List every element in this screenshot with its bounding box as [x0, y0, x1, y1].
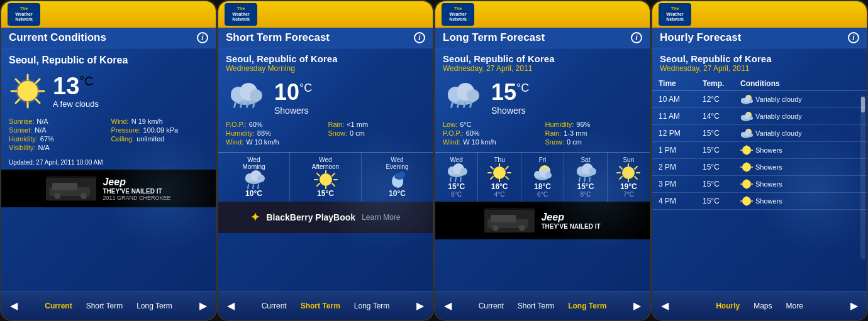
nav-left-4[interactable]: ◀ — [656, 297, 674, 314]
visibility-val: N/A — [38, 144, 50, 151]
nav-current-1[interactable]: Current — [38, 298, 78, 314]
info-icon-4[interactable]: i — [848, 32, 859, 43]
h-icon-2 — [740, 128, 753, 138]
day-icon-0 — [445, 163, 469, 182]
nav-right-3[interactable]: ▶ — [628, 297, 646, 314]
forecast-stats-3: Low: 6°C Humidity: 96% P.O.P.: 60% Rain:… — [435, 118, 650, 148]
svg-line-61 — [506, 177, 508, 179]
h-cond-1: Variably cloudy — [755, 112, 860, 120]
panel2-nav: ◀ Current Short Term Long Term ▶ — [218, 291, 433, 320]
humidity-val: 67% — [40, 135, 54, 143]
day-high-2: 18°C — [534, 182, 551, 191]
nav-maps-4[interactable]: Maps — [747, 298, 778, 314]
wind-val-3: W 10 km/h — [463, 138, 496, 146]
info-icon-3[interactable]: i — [631, 32, 642, 43]
section-title-bar-1: Current Conditions i — [1, 28, 216, 48]
weather-network-logo-3: The Weather Network — [442, 3, 474, 26]
day-low-0: 6°C — [451, 191, 462, 198]
nav-current-2[interactable]: Current — [255, 298, 293, 314]
blackberry-ad: ✦ BlackBerry PlayBook Learn More — [218, 202, 433, 233]
day-label-4: Sun — [623, 156, 634, 163]
humidity-label: Humidity: — [9, 135, 38, 143]
long-temp-unit: °C — [516, 82, 529, 95]
nav-long-3[interactable]: Long Term — [562, 298, 613, 314]
nav-right-1[interactable]: ▶ — [194, 297, 212, 314]
sunset-label: Sunset: — [9, 126, 32, 134]
forecast-city-3: Seoul, Republic of Korea — [435, 48, 650, 64]
svg-point-115 — [742, 180, 751, 188]
jeep-ad-1: Jeep THEY'VE NAILED IT 2011 GRAND CHEROK… — [1, 170, 216, 207]
svg-point-104 — [749, 133, 753, 137]
period-label-0b: Morning — [242, 163, 265, 170]
low-label-3: Low: — [443, 121, 457, 128]
section-title-bar-2: Short Term Forecast i — [218, 28, 433, 48]
bb-learn-more[interactable]: Learn More — [362, 213, 400, 222]
day-item-0: Wed 15°C 6°C — [435, 153, 478, 202]
section-title-1: Current Conditions — [9, 31, 106, 44]
hourly-row-3: 1 PM 15°C Showers — [652, 142, 867, 159]
nav-long-2[interactable]: Long Term — [348, 298, 396, 314]
humidity-label-3: Humidity: — [545, 121, 574, 128]
svg-line-81 — [620, 166, 622, 169]
svg-rect-18 — [233, 101, 236, 107]
h-temp-3: 15°C — [703, 146, 740, 155]
h-temp-6: 15°C — [703, 197, 740, 205]
nav-short-1[interactable]: Short Term — [80, 298, 129, 314]
h-cond-6: Showers — [755, 197, 860, 205]
panel1-nav: ◀ Current Short Term Long Term ▶ — [1, 291, 216, 320]
svg-point-99 — [749, 116, 753, 120]
current-condition: A few clouds — [53, 99, 99, 109]
svg-point-120 — [742, 197, 751, 205]
nav-current-3[interactable]: Current — [472, 298, 510, 314]
period-item-0: Wed Morning 10°C — [218, 153, 290, 202]
info-icon-1[interactable]: i — [197, 32, 208, 43]
nav-hourly-4[interactable]: Hourly — [709, 298, 746, 314]
scrollbar-track[interactable] — [860, 95, 865, 259]
scrollbar-thumb[interactable] — [861, 97, 865, 112]
h-cond-4: Showers — [755, 163, 860, 171]
h-cond-3: Showers — [755, 146, 860, 154]
h-icon-5 — [740, 179, 753, 189]
nav-short-2[interactable]: Short Term — [294, 298, 347, 314]
period-temp-0: 10°C — [245, 189, 262, 198]
day-high-3: 15°C — [577, 182, 594, 191]
svg-line-26 — [248, 185, 248, 188]
svg-point-87 — [492, 225, 499, 231]
rain-label-2: Rain: — [328, 121, 345, 128]
day-high-4: 19°C — [620, 182, 637, 191]
period-label-2a: Wed — [391, 156, 403, 163]
weather-network-logo-2: The Weather Network — [225, 3, 257, 26]
long-condition: Showers — [491, 106, 529, 116]
nav-long-1[interactable]: Long Term — [130, 298, 178, 314]
current-city: Seoul, Republic of Korea — [1, 48, 216, 68]
h-cond-0: Variably cloudy — [755, 95, 860, 103]
panel-hourly: The Weather Network Hourly Forecast i Se… — [651, 0, 868, 321]
info-icon-2[interactable]: i — [414, 32, 425, 43]
wind-val-2: W 10 km/h — [246, 138, 279, 146]
ad-slogan: THEY'VE NAILED IT — [103, 188, 170, 195]
panel-short-term: The Weather Network Short Term Forecast … — [217, 0, 434, 321]
ad-slogan-3: THEY'VE NAILED IT — [541, 223, 600, 230]
snow-row-2: Snow: 0 cm — [328, 129, 426, 137]
h-time-5: 3 PM — [659, 180, 703, 188]
nav-right-2[interactable]: ▶ — [411, 297, 429, 314]
svg-point-12 — [81, 193, 87, 199]
panel-long-term: The Weather Network Long Term Forecast i… — [434, 0, 651, 321]
h-time-3: 1 PM — [659, 146, 703, 155]
nav-more-4[interactable]: More — [780, 298, 810, 314]
svg-line-75 — [589, 178, 590, 182]
nav-short-3[interactable]: Short Term — [511, 298, 560, 314]
day-low-4: 7°C — [623, 191, 634, 198]
sunrise-label: Sunrise: — [9, 117, 34, 125]
svg-line-54 — [460, 178, 461, 182]
period-label-1a: Wed — [319, 156, 331, 163]
day-high-0: 15°C — [448, 182, 465, 191]
forecast-main-2: 10 °C Showers — [218, 77, 433, 118]
nav-left-1[interactable]: ◀ — [5, 297, 23, 314]
svg-line-27 — [253, 185, 253, 188]
nav-left-2[interactable]: ◀ — [222, 297, 240, 314]
nav-left-3[interactable]: ◀ — [439, 297, 457, 314]
rain-val-3: 1-3 mm — [564, 129, 587, 137]
forecast-subtitle-2: Wednesday Morning — [218, 64, 433, 77]
nav-right-4[interactable]: ▶ — [845, 297, 863, 314]
